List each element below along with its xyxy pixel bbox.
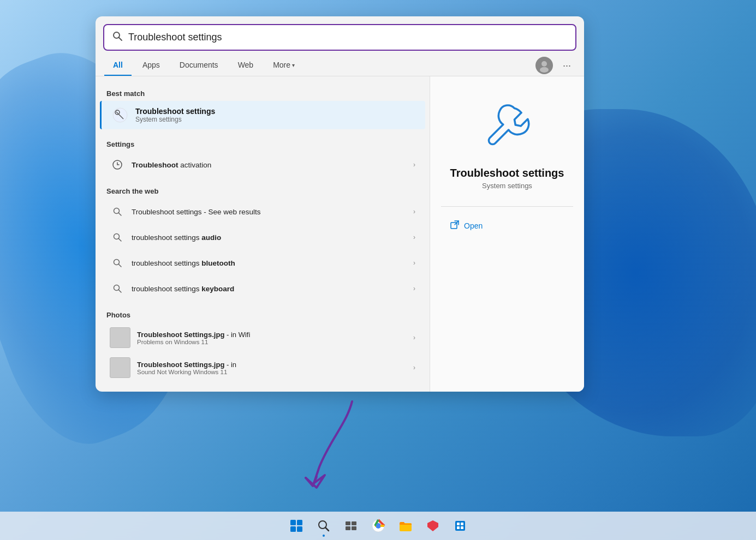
- svg-point-29: [376, 524, 380, 528]
- web-section-label: Search the web: [96, 183, 430, 199]
- svg-rect-36: [461, 526, 463, 529]
- svg-line-11: [118, 238, 121, 241]
- search-icon: [112, 31, 123, 44]
- photo-item-2[interactable]: Troubleshoot Settings.jpg - in Sound Not…: [100, 353, 425, 382]
- svg-rect-26: [352, 526, 356, 530]
- settings-section-label: Settings: [96, 136, 430, 152]
- chevron-right-icon-6: ›: [413, 334, 415, 341]
- list-item-web-3[interactable]: troubleshoot settings bluetooth ›: [100, 250, 425, 275]
- search-web-icon-2: [110, 230, 125, 245]
- open-icon: [450, 220, 460, 232]
- right-panel: Troubleshoot settings System settings Op…: [430, 76, 584, 392]
- photo-thumb-2: [110, 357, 130, 378]
- best-match-text: Troubleshoot settings System settings: [135, 107, 215, 123]
- taskbar-settings-button[interactable]: [448, 514, 472, 538]
- list-item-web-1[interactable]: Troubleshoot settings - See web results …: [100, 199, 425, 224]
- more-options-button[interactable]: ···: [558, 58, 575, 74]
- detail-title: Troubleshoot settings: [450, 167, 564, 179]
- chevron-right-icon-2: ›: [413, 208, 415, 215]
- search-web-icon-3: [110, 255, 125, 271]
- svg-rect-19: [290, 526, 296, 532]
- tab-apps[interactable]: Apps: [134, 55, 169, 76]
- chevron-right-icon-4: ›: [413, 259, 415, 267]
- svg-rect-32: [455, 521, 465, 531]
- best-match-item[interactable]: Troubleshoot settings System settings: [100, 101, 425, 129]
- taskbar-chrome-button[interactable]: [366, 514, 390, 538]
- tab-bar: All Apps Documents Web More ▾ ···: [96, 55, 584, 76]
- svg-marker-31: [427, 520, 438, 531]
- svg-rect-33: [457, 523, 460, 525]
- left-panel: Best match Troubleshoot settings System …: [96, 76, 430, 392]
- photo-text-1: Troubleshoot Settings.jpg - in Wifi Prob…: [137, 331, 250, 345]
- chevron-right-icon-3: ›: [413, 233, 415, 241]
- svg-point-4: [540, 67, 549, 73]
- tab-all[interactable]: All: [104, 55, 132, 76]
- taskbar-vpn-button[interactable]: [421, 514, 445, 538]
- photos-section-label: Photos: [96, 307, 430, 322]
- best-match-icon: [111, 106, 129, 124]
- web-item-1-text: Troubleshoot settings - See web results: [132, 208, 413, 216]
- circle-check-icon: [110, 157, 125, 172]
- chevron-right-icon-1: ›: [413, 161, 415, 169]
- search-panel: Troubleshoot settings All Apps Documents…: [96, 16, 584, 392]
- search-web-icon-4: [110, 281, 125, 296]
- taskbar-start-button[interactable]: [284, 514, 308, 538]
- tab-more[interactable]: More ▾: [264, 55, 303, 76]
- svg-line-15: [118, 290, 121, 292]
- photo-text-2: Troubleshoot Settings.jpg - in Sound Not…: [137, 361, 236, 375]
- list-item-web-2[interactable]: troubleshoot settings audio ›: [100, 225, 425, 250]
- taskbar-search-button[interactable]: [312, 514, 336, 538]
- taskbar-taskview-button[interactable]: [339, 514, 363, 538]
- svg-rect-24: [352, 521, 356, 525]
- web-item-4-text: troubleshoot settings keyboard: [132, 285, 413, 293]
- detail-subtitle: System settings: [482, 182, 532, 190]
- list-item-web-4[interactable]: troubleshoot settings keyboard ›: [100, 276, 425, 301]
- svg-line-9: [118, 213, 121, 215]
- svg-line-1: [119, 38, 122, 41]
- web-item-2-text: troubleshoot settings audio: [132, 233, 413, 242]
- svg-rect-18: [297, 520, 302, 525]
- taskbar-file-explorer-button[interactable]: [394, 514, 418, 538]
- best-match-label: Best match: [96, 85, 430, 101]
- svg-rect-25: [346, 526, 350, 530]
- svg-rect-34: [461, 523, 463, 525]
- svg-line-22: [325, 527, 329, 531]
- photo-thumb-1: [110, 327, 130, 348]
- list-item-troubleshoot-activation[interactable]: Troubleshoot activation ›: [100, 152, 425, 177]
- main-content: Best match Troubleshoot settings System …: [96, 76, 584, 392]
- tabs-right-actions: ···: [535, 57, 575, 74]
- chevron-down-icon: ▾: [292, 62, 295, 68]
- photo-item-1[interactable]: Troubleshoot Settings.jpg - in Wifi Prob…: [100, 323, 425, 352]
- chevron-right-icon-7: ›: [413, 364, 415, 371]
- svg-line-13: [118, 264, 121, 267]
- open-button[interactable]: Open: [441, 215, 573, 236]
- detail-icon-area: [474, 93, 540, 158]
- troubleshoot-activation-text: Troubleshoot activation: [132, 161, 413, 169]
- search-web-icon-1: [110, 204, 125, 219]
- web-item-3-text: troubleshoot settings bluetooth: [132, 259, 413, 267]
- tab-web[interactable]: Web: [229, 55, 263, 76]
- svg-rect-35: [457, 526, 460, 529]
- arrow-annotation: [276, 396, 374, 507]
- svg-rect-20: [297, 526, 302, 532]
- chevron-right-icon-5: ›: [413, 285, 415, 292]
- svg-rect-17: [290, 520, 296, 525]
- detail-divider: [441, 206, 573, 207]
- tab-documents[interactable]: Documents: [171, 55, 227, 76]
- search-input[interactable]: Troubleshoot settings: [128, 32, 568, 43]
- taskbar: [0, 512, 756, 540]
- search-bar[interactable]: Troubleshoot settings: [103, 24, 576, 51]
- user-avatar[interactable]: [535, 57, 553, 74]
- svg-point-3: [541, 61, 547, 67]
- svg-rect-23: [346, 521, 350, 525]
